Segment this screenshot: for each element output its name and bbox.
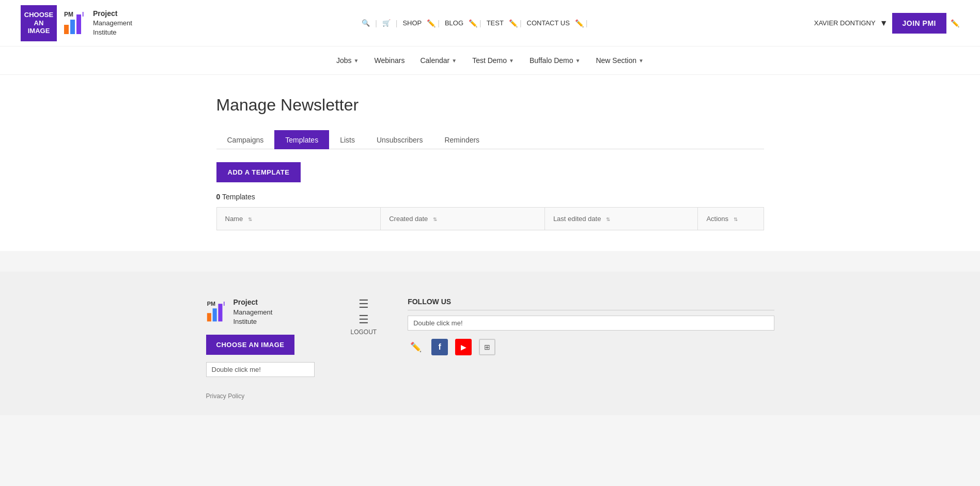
user-dropdown-arrow[interactable]: ▼	[880, 19, 888, 28]
user-name[interactable]: XAVIER DONTIGNY	[814, 19, 876, 27]
svg-text:PM: PM	[64, 11, 73, 18]
count-number: 0	[216, 193, 221, 201]
blog-nav-item[interactable]: BLOG	[442, 17, 466, 29]
cart-icon[interactable]: 🛒	[379, 17, 394, 29]
contact-edit-icon[interactable]: ✏️	[575, 19, 584, 27]
buffalo-demo-arrow: ▼	[575, 58, 581, 64]
blog-edit-icon[interactable]: ✏️	[469, 19, 477, 27]
flickr-icon[interactable]: ⊞	[479, 339, 495, 355]
nav-buffalo-demo[interactable]: Buffalo Demo ▼	[530, 56, 580, 65]
shop-edit-icon[interactable]: ✏️	[427, 19, 435, 27]
nav-test-demo[interactable]: Test Demo ▼	[472, 56, 514, 65]
svg-rect-2	[76, 14, 81, 34]
tab-templates[interactable]: Templates	[274, 130, 329, 149]
svg-text:I: I	[82, 11, 84, 18]
tab-campaigns[interactable]: Campaigns	[216, 130, 275, 149]
tabs-container: Campaigns Templates Lists Unsubscribers …	[216, 130, 764, 149]
actions-sort-icon[interactable]: ⇅	[734, 216, 738, 222]
svg-text:PM: PM	[207, 301, 215, 307]
nav-calendar[interactable]: Calendar ▼	[420, 56, 457, 65]
footer-menu-icon-2[interactable]: ☰	[359, 313, 369, 326]
footer-pmi-logo-icon: PM I	[206, 300, 229, 323]
col-header-name[interactable]: Name ⇅	[216, 208, 381, 230]
footer-logo-text: Project Management Institute	[234, 297, 273, 326]
test-nav-item[interactable]: TEST	[484, 17, 507, 29]
add-template-button[interactable]: ADD A TEMPLATE	[216, 162, 301, 182]
join-pmi-button[interactable]: JOIN PMI	[892, 13, 946, 34]
top-nav: 🔍 | 🛒 | SHOP ✏️ | BLOG ✏️ | TEST ✏️ | CO…	[359, 17, 587, 29]
col-header-edited[interactable]: Last edited date ⇅	[545, 208, 698, 230]
footer-menu-section: ☰ ☰ LOGOUT	[351, 297, 377, 336]
edited-sort-icon[interactable]: ⇅	[606, 216, 610, 222]
pmi-logo: PM I Project Management Institute	[63, 9, 132, 38]
col-header-created[interactable]: Created date ⇅	[381, 208, 545, 230]
secondary-nav: Jobs ▼ Webinars Calendar ▼ Test Demo ▼ B…	[0, 46, 980, 75]
youtube-icon[interactable]: ▶	[455, 339, 472, 355]
join-pmi-edit-icon[interactable]: ✏️	[951, 19, 959, 27]
footer-logo-section: PM I Project Management Institute CHOOSE…	[206, 297, 320, 377]
shop-nav-item[interactable]: SHOP	[399, 17, 425, 29]
col-header-actions[interactable]: Actions ⇅	[698, 208, 764, 230]
test-demo-arrow: ▼	[509, 58, 514, 64]
tab-unsubscribers[interactable]: Unsubscribers	[366, 130, 433, 149]
svg-rect-6	[212, 309, 216, 322]
svg-rect-1	[70, 20, 75, 34]
header-choose-image-button[interactable]: CHOOSE AN IMAGE	[21, 5, 57, 41]
tab-reminders[interactable]: Reminders	[433, 130, 490, 149]
top-header: CHOOSE AN IMAGE PM I Project Management …	[0, 0, 980, 46]
footer-logout: ☰ ☰ LOGOUT	[351, 297, 377, 336]
created-sort-icon[interactable]: ⇅	[433, 216, 437, 222]
social-icons: ✏️ f ▶ ⊞	[408, 339, 774, 355]
footer-inner: PM I Project Management Institute CHOOSE…	[206, 297, 774, 377]
svg-rect-5	[207, 313, 211, 322]
user-nav: XAVIER DONTIGNY ▼ JOIN PMI ✏️	[814, 13, 959, 34]
new-section-arrow: ▼	[639, 58, 644, 64]
svg-text:I: I	[223, 301, 225, 307]
footer-logo: PM I Project Management Institute	[206, 297, 320, 326]
templates-table: Name ⇅ Created date ⇅ Last edited date ⇅…	[216, 207, 764, 230]
main-content: Manage Newsletter Campaigns Templates Li…	[206, 75, 774, 251]
name-sort-icon[interactable]: ⇅	[248, 216, 252, 222]
calendar-arrow: ▼	[452, 58, 457, 64]
pmi-logo-icon: PM I	[63, 10, 89, 36]
facebook-icon[interactable]: f	[431, 339, 448, 355]
edit-social-icon[interactable]: ✏️	[408, 339, 424, 355]
nav-jobs[interactable]: Jobs ▼	[336, 56, 359, 65]
follow-us-label: FOLLOW US	[408, 297, 774, 310]
templates-count: 0 Templates	[216, 193, 764, 201]
jobs-arrow: ▼	[354, 58, 359, 64]
follow-editable-text[interactable]: Double click me!	[408, 316, 774, 331]
footer-editable-text[interactable]: Double click me!	[206, 362, 315, 377]
footer-logout-label[interactable]: LOGOUT	[351, 328, 377, 336]
footer-follow-section: FOLLOW US Double click me! ✏️ f ▶ ⊞	[408, 297, 774, 355]
footer-choose-image-button[interactable]: CHOOSE AN IMAGE	[206, 335, 295, 355]
svg-rect-0	[64, 25, 69, 34]
svg-rect-7	[218, 304, 222, 322]
logo-area: CHOOSE AN IMAGE PM I Project Management …	[21, 5, 132, 41]
tab-lists[interactable]: Lists	[329, 130, 366, 149]
nav-webinars[interactable]: Webinars	[375, 56, 405, 65]
contact-us-nav-item[interactable]: CONTACT US	[524, 17, 573, 29]
nav-new-section[interactable]: New Section ▼	[596, 56, 644, 65]
pmi-logo-text: Project Management Institute	[93, 9, 132, 38]
privacy-policy-link[interactable]: Privacy Policy	[206, 393, 245, 400]
footer-bottom: Privacy Policy	[206, 393, 774, 400]
footer: PM I Project Management Institute CHOOSE…	[0, 272, 980, 415]
page-title: Manage Newsletter	[216, 96, 764, 115]
search-icon[interactable]: 🔍	[359, 17, 373, 29]
test-edit-icon[interactable]: ✏️	[509, 19, 518, 27]
footer-menu-icon-1[interactable]: ☰	[359, 297, 369, 311]
